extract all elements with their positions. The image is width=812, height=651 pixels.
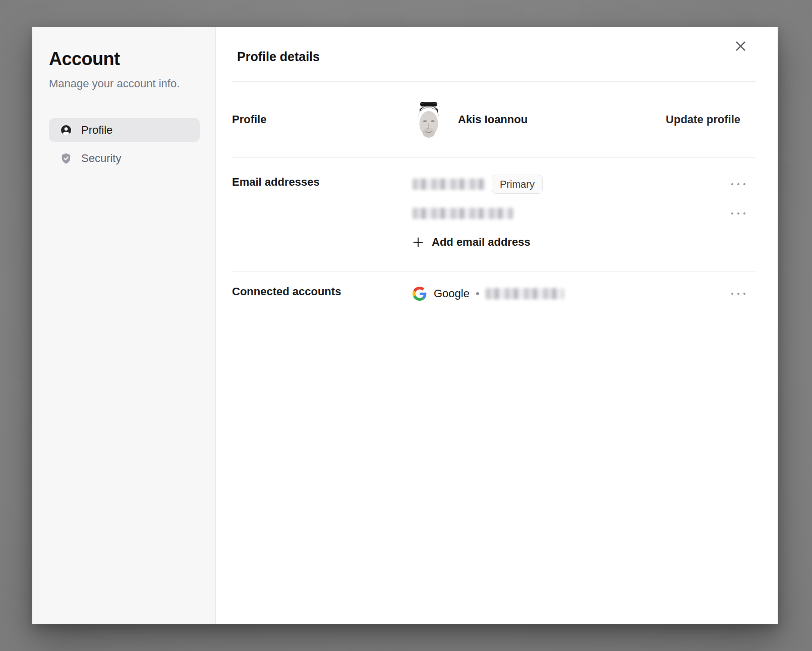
page-title: Profile details [237, 49, 756, 64]
redacted-email [413, 208, 513, 219]
sidebar-item-label: Security [81, 152, 121, 165]
sidebar-nav: Profile Security [49, 118, 200, 170]
primary-badge: Primary [492, 175, 543, 194]
user-circle-icon [60, 124, 72, 136]
connected-accounts-row: Connected accounts Google • [232, 272, 756, 323]
email-options-button[interactable] [728, 180, 748, 188]
close-button[interactable] [732, 38, 748, 54]
account-subtitle: Manage your account info. [49, 75, 180, 92]
sidebar: Account Manage your account info. Profil… [32, 27, 216, 624]
avatar [413, 97, 445, 142]
close-icon [734, 39, 747, 53]
profile-details-panel: Profile details Profile [216, 27, 778, 624]
connected-row-label: Connected accounts [232, 284, 413, 299]
bullet-separator: • [476, 287, 480, 300]
sidebar-item-profile[interactable]: Profile [49, 118, 200, 142]
connected-account-options-button[interactable] [728, 290, 748, 298]
email-options-button[interactable] [728, 209, 748, 218]
ellipsis-icon [731, 293, 733, 295]
shield-check-icon [60, 152, 72, 165]
account-modal: Account Manage your account info. Profil… [32, 27, 778, 624]
google-icon [413, 287, 427, 301]
profile-row: Profile [232, 82, 756, 158]
account-title: Account [49, 48, 200, 70]
sidebar-item-label: Profile [81, 124, 112, 137]
update-profile-button[interactable]: Update profile [666, 113, 740, 126]
email-addresses-row: Email addresses Primary [232, 158, 756, 272]
ellipsis-icon [731, 212, 733, 214]
add-email-line: Add email address [413, 233, 756, 251]
sidebar-item-security[interactable]: Security [49, 146, 200, 170]
ellipsis-icon [731, 183, 733, 185]
redacted-email [413, 179, 486, 190]
connected-account-item: Google • [413, 284, 756, 303]
user-name: Akis Ioannou [458, 113, 528, 126]
plus-icon [413, 237, 424, 248]
add-email-label: Add email address [432, 236, 531, 249]
email-item: Primary [413, 175, 756, 194]
email-row-label: Email addresses [232, 175, 413, 190]
email-item [413, 204, 756, 223]
provider-name: Google [434, 287, 470, 300]
profile-row-label: Profile [232, 112, 413, 127]
add-email-button[interactable]: Add email address [413, 236, 531, 249]
redacted-email [486, 288, 564, 299]
